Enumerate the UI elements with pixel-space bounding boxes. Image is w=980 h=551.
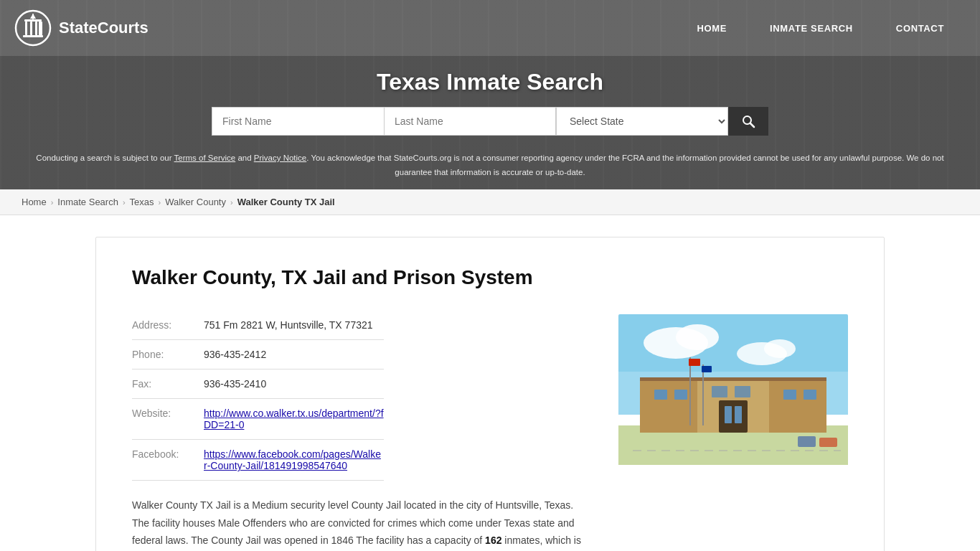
breadcrumb-inmate-search[interactable]: Inmate Search [57,197,118,207]
website-label: Website: [132,399,204,440]
svg-rect-28 [719,400,748,433]
breadcrumb-home[interactable]: Home [22,197,47,207]
breadcrumb-sep-2: › [123,198,126,207]
site-header: StateCourts HOME INMATE SEARCH CONTACT T… [0,0,980,189]
nav-links: HOME INMATE SEARCH CONTACT [675,3,966,54]
facebook-row: Facebook: https://www.facebook.com/pages… [132,440,384,481]
website-row: Website: http://www.co.walker.tx.us/depa… [132,399,384,440]
content-left: Address: 751 Fm 2821 W, Huntsville, TX 7… [132,311,590,551]
facebook-value: https://www.facebook.com/pages/Walker-Co… [204,440,384,481]
facility-image [618,314,848,465]
first-name-input[interactable] [212,107,384,136]
site-name: StateCourts [59,19,149,37]
svg-rect-21 [769,379,826,433]
svg-point-15 [676,324,719,350]
svg-rect-31 [640,377,826,381]
website-value: http://www.co.walker.tx.us/department/?f… [204,399,384,440]
breadcrumb-county[interactable]: Walker County [165,197,226,207]
svg-rect-30 [735,406,742,423]
state-select[interactable]: Select StateAlabamaAlaskaArizonaArkansas… [556,107,728,136]
breadcrumb-sep-3: › [159,198,161,207]
disclaimer-after: . You acknowledge that StateCourts.org i… [306,154,943,176]
svg-marker-9 [30,14,36,19]
svg-rect-1 [23,35,43,37]
svg-rect-2 [24,19,42,22]
svg-rect-20 [640,379,697,433]
breadcrumb-sep-4: › [230,198,233,207]
breadcrumb: Home › Inmate Search › Texas › Walker Co… [0,189,980,215]
svg-rect-29 [725,406,732,423]
capacity-value: 162 [485,534,501,546]
search-icon [741,114,755,128]
svg-rect-38 [819,438,837,447]
svg-rect-35 [702,366,712,372]
svg-rect-24 [712,386,727,397]
svg-point-17 [764,339,796,358]
address-label: Address: [132,311,204,340]
nav-contact[interactable]: CONTACT [875,3,966,54]
fax-label: Fax: [132,369,204,399]
header-content: StateCourts HOME INMATE SEARCH CONTACT T… [0,0,980,189]
fax-value: 936-435-2410 [204,369,384,399]
disclaimer-and: and [235,154,254,162]
fax-row: Fax: 936-435-2410 [132,369,384,399]
svg-rect-37 [798,436,816,447]
description-paragraph-1: Walker County TX Jail is a Medium securi… [132,496,590,551]
svg-rect-27 [804,390,816,400]
svg-rect-22 [654,390,667,400]
svg-line-11 [750,123,754,127]
svg-rect-7 [39,22,41,35]
disclaimer-text: Conducting a search is subject to our Te… [0,146,980,189]
breadcrumb-current: Walker County TX Jail [237,197,335,207]
breadcrumb-sep-1: › [51,198,54,207]
facility-image-container [618,314,848,467]
address-value: 751 Fm 2821 W, Huntsville, TX 77321 [204,311,384,340]
content-layout: Address: 751 Fm 2821 W, Huntsville, TX 7… [132,311,848,551]
facility-heading: Walker County, TX Jail and Prison System [132,266,848,289]
svg-rect-3 [25,22,27,35]
search-form: Select StateAlabamaAlaskaArizonaArkansas… [0,107,980,136]
address-row: Address: 751 Fm 2821 W, Huntsville, TX 7… [132,311,384,340]
facility-card: Walker County, TX Jail and Prison System… [95,237,885,551]
privacy-link[interactable]: Privacy Notice [254,154,307,162]
terms-link[interactable]: Terms of Service [174,154,236,162]
disclaimer-before: Conducting a search is subject to our [36,154,174,162]
nav-inmate-search[interactable]: INMATE SEARCH [748,3,875,54]
facility-info-table: Address: 751 Fm 2821 W, Huntsville, TX 7… [132,311,384,481]
svg-rect-4 [30,22,32,35]
top-navigation: StateCourts HOME INMATE SEARCH CONTACT [0,0,980,56]
phone-value: 936-435-2412 [204,340,384,369]
page-hero-title: Texas Inmate Search [0,69,980,95]
logo-link[interactable]: StateCourts [14,9,149,47]
main-content: Walker County, TX Jail and Prison System… [67,215,913,551]
facebook-link[interactable]: https://www.facebook.com/pages/Walker-Co… [204,448,381,471]
site-logo-icon [14,9,52,47]
website-link[interactable]: http://www.co.walker.tx.us/department/?f… [204,408,384,430]
svg-rect-23 [674,390,687,400]
svg-rect-25 [735,386,750,397]
svg-rect-5 [35,22,37,35]
phone-label: Phone: [132,340,204,369]
last-name-input[interactable] [384,107,556,136]
svg-rect-33 [689,359,700,366]
svg-rect-26 [783,390,796,400]
phone-row: Phone: 936-435-2412 [132,340,384,369]
nav-home[interactable]: HOME [675,3,748,54]
search-button[interactable] [728,107,768,136]
facebook-label: Facebook: [132,440,204,481]
breadcrumb-state[interactable]: Texas [130,197,154,207]
